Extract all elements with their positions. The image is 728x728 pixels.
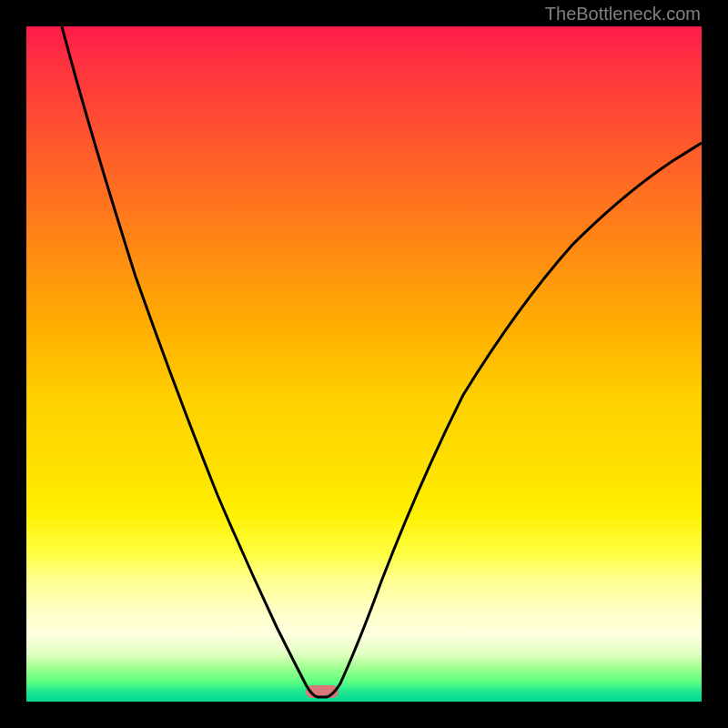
chart-svg [26, 26, 702, 702]
bottleneck-curve [62, 26, 702, 697]
chart-area [26, 26, 702, 702]
watermark-text: TheBottleneck.com [545, 4, 701, 25]
